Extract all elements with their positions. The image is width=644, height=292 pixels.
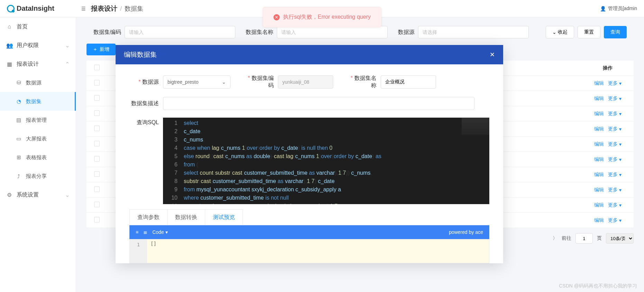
row-checkbox[interactable] <box>94 186 100 192</box>
nav-label: 大屏报表 <box>26 136 47 142</box>
chevron-down-icon: ⌄ <box>65 42 70 49</box>
edit-dataset-modal: 编辑数据集 ✕ 数据源 bigtree_presto ⌄ 数据集编码 数据集名称 <box>116 45 503 263</box>
nav-label: 报表管理 <box>26 117 47 124</box>
filter-name-label: 数据集名称 <box>246 29 273 36</box>
modal-tab-2[interactable]: 测试预览 <box>205 210 243 225</box>
logo: DataInsight <box>0 4 76 12</box>
result-toolbar: ≡ ≣ Code ▾ powered by ace <box>129 225 489 239</box>
nav-dataset[interactable]: ◔数据集 <box>0 92 76 111</box>
row-checkbox[interactable] <box>94 110 100 116</box>
edit-link[interactable]: 编辑 <box>594 141 604 147</box>
edit-link[interactable]: 编辑 <box>594 95 604 102</box>
more-link[interactable]: 更多 ▾ <box>608 202 622 208</box>
more-link[interactable]: 更多 ▾ <box>608 172 622 178</box>
menu-toggle-icon[interactable]: ☰ <box>76 6 91 11</box>
row-checkbox[interactable] <box>94 126 100 131</box>
filter-code: 数据集编码 <box>93 26 235 38</box>
row-checkbox[interactable] <box>94 156 100 162</box>
edit-link[interactable]: 编辑 <box>594 126 604 132</box>
nav-label: 报表分享 <box>26 173 47 180</box>
nav-big-screen[interactable]: ▭大屏报表 <box>0 129 76 148</box>
settings-icon: ⚙ <box>6 192 12 198</box>
nav-label: 数据源 <box>26 80 42 86</box>
row-checkbox[interactable] <box>94 95 100 101</box>
chevron-up-icon: ⌃ <box>65 61 70 67</box>
nav-report-design[interactable]: ▦报表设计⌃ <box>0 55 76 73</box>
align-center-icon[interactable]: ≣ <box>143 229 147 235</box>
pager-page-input[interactable] <box>575 233 593 244</box>
collapse-label: 收起 <box>558 29 568 35</box>
row-checkbox[interactable] <box>94 217 100 222</box>
modal-body: 数据源 bigtree_presto ⌄ 数据集编码 数据集名称 数 <box>116 64 503 263</box>
close-icon[interactable]: ✕ <box>490 51 495 58</box>
filter-source-select[interactable] <box>418 26 529 38</box>
caret-down-icon: ▾ <box>619 218 622 223</box>
source-select[interactable]: bigtree_presto ⌄ <box>163 75 230 89</box>
add-button[interactable]: ＋ 新增 <box>87 44 116 55</box>
modal-tab-1[interactable]: 数据转换 <box>167 210 205 225</box>
nav-label: 用户权限 <box>17 42 39 49</box>
user-icon: 👤 <box>600 6 606 11</box>
align-left-icon[interactable]: ≡ <box>136 229 138 235</box>
nav-label: 报表设计 <box>17 61 39 68</box>
filter-name-input[interactable] <box>277 26 388 38</box>
more-link[interactable]: 更多 ▾ <box>608 80 622 86</box>
reset-button[interactable]: 重置 <box>578 26 600 38</box>
result-editor[interactable]: 1 [] <box>129 239 489 263</box>
nav-home[interactable]: ⌂首页 <box>0 17 76 36</box>
home-icon: ⌂ <box>6 24 12 30</box>
error-toast: ✕ 执行sql失败，Error executing query <box>263 7 381 27</box>
add-label: 新增 <box>100 46 109 53</box>
error-icon: ✕ <box>273 14 280 20</box>
pager-arrow-left-icon[interactable]: 〉 <box>553 235 557 241</box>
sidebar: ⌂首页 👥用户权限⌄ ▦报表设计⌃ ⛁数据源 ◔数据集 ▤报表管理 ▭大屏报表 … <box>0 0 76 292</box>
nav-user-perm[interactable]: 👥用户权限⌄ <box>0 36 76 55</box>
nav-report-share[interactable]: ⤴报表分享 <box>0 167 76 185</box>
edit-link[interactable]: 编辑 <box>594 156 604 163</box>
nav-datasource[interactable]: ⛁数据源 <box>0 73 76 92</box>
more-link[interactable]: 更多 ▾ <box>608 141 622 147</box>
code-menu[interactable]: Code ▾ <box>152 229 167 235</box>
more-link[interactable]: 更多 ▾ <box>608 111 622 117</box>
editor-code[interactable]: select c_date, c_nums, case when lag(c_n… <box>184 118 489 204</box>
pager-size-select[interactable]: 10条/页 <box>606 233 634 244</box>
filter-code-input[interactable] <box>125 26 235 38</box>
row-checkbox[interactable] <box>94 80 100 85</box>
more-link[interactable]: 更多 ▾ <box>608 95 622 102</box>
edit-link[interactable]: 编辑 <box>594 202 604 208</box>
name-input[interactable] <box>381 75 436 89</box>
powered-by-label: powered by ace <box>449 229 483 235</box>
filter-name: 数据集名称 <box>246 26 388 38</box>
collapse-button[interactable]: ⌄收起 <box>546 26 574 38</box>
more-link[interactable]: 更多 ▾ <box>608 217 622 223</box>
edit-link[interactable]: 编辑 <box>594 80 604 86</box>
toast-message: 执行sql失败，Error executing query <box>283 13 371 21</box>
edit-link[interactable]: 编辑 <box>594 187 604 193</box>
result-code[interactable]: [] <box>147 239 489 263</box>
more-link[interactable]: 更多 ▾ <box>608 126 622 132</box>
edit-link[interactable]: 编辑 <box>594 172 604 178</box>
more-link[interactable]: 更多 ▾ <box>608 156 622 163</box>
row-checkbox[interactable] <box>94 171 100 177</box>
sql-editor[interactable]: 1234567891011 select c_date, c_nums, cas… <box>163 118 489 204</box>
nav-report-manage[interactable]: ▤报表管理 <box>0 111 76 129</box>
user-area[interactable]: 👤 管理员[admin <box>600 6 644 12</box>
modal-tab-0[interactable]: 查询参数 <box>130 210 167 225</box>
row-checkbox[interactable] <box>94 141 100 146</box>
more-link[interactable]: 更多 ▾ <box>608 187 622 193</box>
checkbox-all[interactable] <box>94 65 100 70</box>
nav-system-settings[interactable]: ⚙系统设置⌄ <box>0 185 76 204</box>
db-icon: ⛁ <box>16 80 22 86</box>
pager-page-label: 页 <box>597 235 602 241</box>
nav-grid-report[interactable]: ⊞表格报表 <box>0 148 76 167</box>
row-checkbox[interactable] <box>94 202 100 207</box>
search-button[interactable]: 查询 <box>604 26 627 38</box>
code-label: 数据集编码 <box>244 75 274 89</box>
breadcrumb-main: 报表设计 <box>91 4 117 13</box>
logo-icon <box>7 5 15 12</box>
edit-link[interactable]: 编辑 <box>594 217 604 223</box>
report-icon: ▦ <box>6 61 12 67</box>
edit-link[interactable]: 编辑 <box>594 111 604 117</box>
modal-title: 编辑数据集 <box>124 50 157 59</box>
desc-input[interactable] <box>163 97 474 110</box>
